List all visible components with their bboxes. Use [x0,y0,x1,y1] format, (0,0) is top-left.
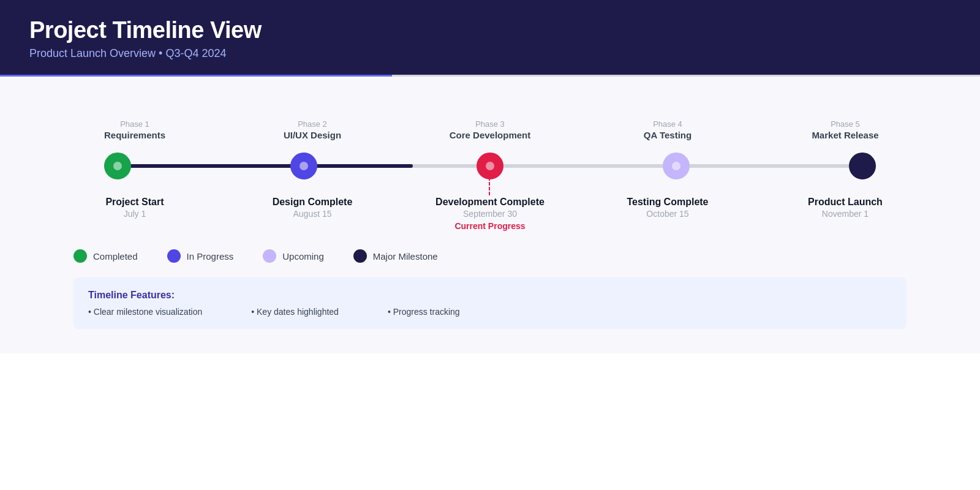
main-content: Phase 1RequirementsPhase 2UI/UX DesignPh… [0,77,980,353]
milestone-date: August 15 [251,209,374,219]
phase-name: Requirements [104,130,165,140]
milestone-date: October 15 [606,209,729,219]
milestone-dot-3[interactable] [477,153,503,179]
phase-labels-row: Phase 1RequirementsPhase 2UI/UX DesignPh… [74,119,907,140]
milestone-name: Development Complete [429,197,551,208]
legend-label: Completed [93,251,138,262]
features-title: Timeline Features: [88,290,892,301]
legend-dot [74,249,87,263]
phase-label: Phase 1 [120,119,149,129]
milestone-dot-1[interactable] [104,153,131,179]
legend-dot [167,249,181,263]
header: Project Timeline View Product Launch Ove… [0,0,980,75]
milestone-dot-4[interactable] [663,153,690,179]
milestone-date: November 1 [784,209,907,219]
milestone-label-5: Product LaunchNovember 1 [784,197,907,231]
milestone-dot-2[interactable] [290,153,317,179]
legend-item-2: In Progress [167,249,234,263]
phase-item-4: Phase 4QA Testing [606,119,729,140]
features-list: Clear milestone visualizationKey dates h… [88,307,892,317]
page-title: Project Timeline View [29,17,951,43]
feature-item-3: Progress tracking [388,307,460,317]
legend-dot [353,249,367,263]
legend-label: In Progress [187,251,234,262]
timeline-section: Phase 1RequirementsPhase 2UI/UX DesignPh… [49,101,931,335]
phase-item-1: Phase 1Requirements [74,119,196,140]
current-progress-label: Current Progress [429,221,551,231]
phase-name: Market Release [812,130,878,140]
phase-name: Core Development [450,130,531,140]
milestone-name: Testing Complete [606,197,729,208]
page-subtitle: Product Launch Overview • Q3-Q4 2024 [29,47,951,60]
milestone-date: July 1 [74,209,196,219]
legend-item-4: Major Milestone [353,249,438,263]
phase-label: Phase 4 [653,119,682,129]
phase-name: QA Testing [644,130,692,140]
phase-label: Phase 3 [475,119,505,129]
legend: CompletedIn ProgressUpcomingMajor Milest… [74,249,907,263]
phase-item-3: Phase 3Core Development [429,119,551,140]
feature-item-2: Key dates highlighted [251,307,339,317]
milestone-labels-row: Project StartJuly 1Design CompleteAugust… [74,197,907,231]
legend-item-3: Upcoming [263,249,324,263]
milestone-label-4: Testing CompleteOctober 15 [606,197,729,231]
milestone-dot-5[interactable] [849,153,876,179]
phase-item-5: Phase 5Market Release [784,119,907,140]
milestones-row [104,153,876,179]
timeline-line-row [74,148,907,184]
legend-label: Major Milestone [373,251,438,262]
phase-label: Phase 2 [298,119,327,129]
legend-label: Upcoming [282,251,324,262]
milestone-date: September 30 [429,209,551,219]
legend-item-1: Completed [74,249,138,263]
legend-dot [263,249,276,263]
milestone-name: Product Launch [784,197,907,208]
milestone-label-3: Development CompleteSeptember 30Current … [429,197,551,231]
milestone-label-1: Project StartJuly 1 [74,197,196,231]
feature-item-1: Clear milestone visualization [88,307,202,317]
phase-label: Phase 5 [831,119,860,129]
milestone-name: Design Complete [251,197,374,208]
phase-name: UI/UX Design [284,130,341,140]
phase-item-2: Phase 2UI/UX Design [251,119,374,140]
milestone-label-2: Design CompleteAugust 15 [251,197,374,231]
milestone-name: Project Start [74,197,196,208]
features-section: Timeline Features: Clear milestone visua… [74,277,907,329]
